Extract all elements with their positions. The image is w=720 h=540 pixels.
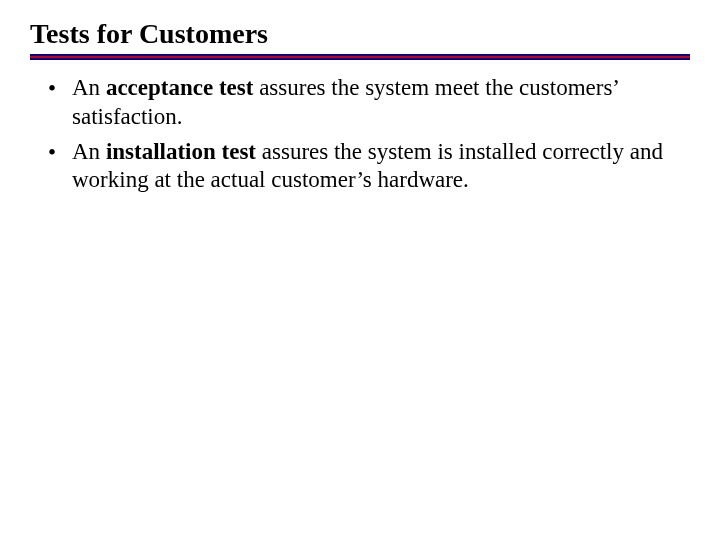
- bullet-icon: •: [48, 138, 72, 168]
- slide-content: • An acceptance test assures the system …: [30, 74, 690, 195]
- list-item-text: An acceptance test assures the system me…: [72, 74, 690, 132]
- title-divider: [30, 54, 690, 60]
- bullet-icon: •: [48, 74, 72, 104]
- list-item: • An installation test assures the syste…: [48, 138, 690, 196]
- slide-title: Tests for Customers: [30, 18, 690, 50]
- list-item-text: An installation test assures the system …: [72, 138, 690, 196]
- list-item: • An acceptance test assures the system …: [48, 74, 690, 132]
